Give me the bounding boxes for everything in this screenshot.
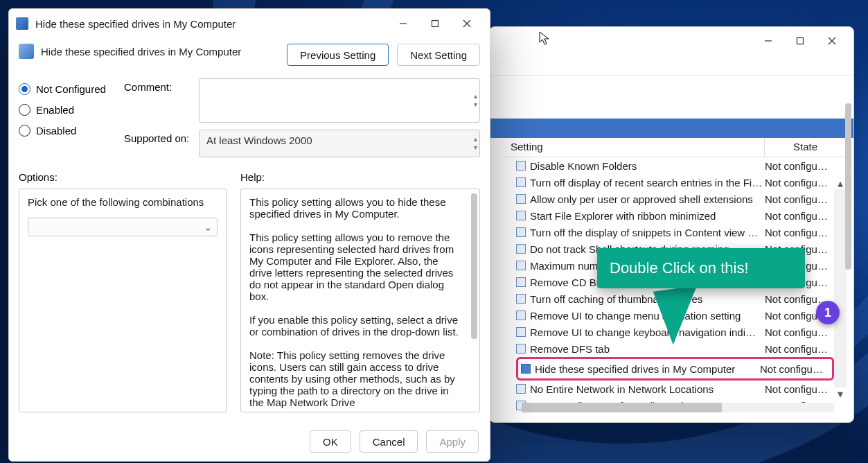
setting-state: Not configu… <box>765 160 834 172</box>
outer-vscroll-thumb[interactable] <box>845 103 851 270</box>
col-state-header[interactable]: State <box>765 138 847 157</box>
state-radio-group: Not Configured Enabled Disabled <box>19 78 124 164</box>
dialog-footer: OK Cancel Apply <box>9 422 490 461</box>
setting-state: Not configu… <box>765 227 834 238</box>
svg-rect-5 <box>432 21 439 27</box>
supported-on-field: At least Windows 2000 <box>199 130 480 157</box>
previous-setting-button[interactable]: Previous Setting <box>287 44 389 66</box>
close-button[interactable] <box>816 30 848 51</box>
policy-item-icon <box>516 327 526 337</box>
policy-item-icon <box>516 194 526 204</box>
setting-label: Remove UI to change menu animation setti… <box>530 310 765 322</box>
apply-button[interactable]: Apply <box>426 430 479 453</box>
gpo-header-strip <box>490 119 853 138</box>
callout-text: Double Click on this! <box>610 259 749 277</box>
setting-row[interactable]: Turn off the display of snippets in Cont… <box>516 224 834 241</box>
chevron-down-icon: ⌄ <box>204 221 213 234</box>
setting-row[interactable]: No Entire Network in Network LocationsNo… <box>516 381 834 397</box>
setting-row[interactable]: Start File Explorer with ribbon minimize… <box>516 207 834 224</box>
setting-state: Not configu… <box>760 363 829 375</box>
setting-label: Turn off caching of thumbnail pictures <box>530 293 765 305</box>
settings-hscrollbar[interactable] <box>522 403 834 412</box>
maximize-button[interactable] <box>784 30 816 51</box>
policy-item-icon <box>516 384 526 394</box>
settings-columns: Setting State <box>504 138 847 157</box>
svg-rect-1 <box>797 38 804 44</box>
comment-label: Comment: <box>124 78 199 93</box>
setting-label: Turn off display of recent search entrie… <box>530 177 765 189</box>
setting-row[interactable]: Disable Known FoldersNot configu… <box>516 157 834 174</box>
setting-state: Not configu… <box>765 193 834 205</box>
setting-label: Allow only per user or approved shell ex… <box>530 193 765 205</box>
help-text: This policy setting allows you to hide t… <box>249 196 471 408</box>
policy-item-icon <box>516 277 526 287</box>
dialog-title: Hide these specified drives in My Comput… <box>35 18 387 30</box>
setting-row-highlighted[interactable]: Hide these specified drives in My Comput… <box>516 357 834 381</box>
policy-item-icon <box>516 227 526 237</box>
maximize-button[interactable] <box>419 13 451 34</box>
col-setting-header[interactable]: Setting <box>504 138 765 157</box>
dialog-titlebar: Hide these specified drives in My Comput… <box>9 9 490 38</box>
policy-heading: Hide these specified drives in My Comput… <box>41 46 241 58</box>
minimize-button[interactable] <box>387 13 419 34</box>
policy-item-icon <box>516 311 526 320</box>
radio-enabled[interactable]: Enabled <box>19 99 124 120</box>
supported-scroll-icon[interactable]: ▴▾ <box>469 130 481 157</box>
radio-icon <box>19 125 30 137</box>
setting-state: Not configu… <box>765 326 834 338</box>
policy-item-icon <box>516 344 526 353</box>
close-button[interactable] <box>451 13 483 34</box>
policy-item-icon <box>516 177 526 187</box>
scroll-down-icon[interactable]: ▾ <box>834 387 847 400</box>
setting-row[interactable]: Allow only per user or approved shell ex… <box>516 191 834 207</box>
setting-row[interactable]: Do not allow Folder Options to be opened… <box>516 414 834 415</box>
comment-textarea[interactable] <box>199 78 480 123</box>
callout-annotation: Double Click on this! <box>597 248 805 288</box>
radio-icon <box>19 83 30 95</box>
policy-item-icon <box>516 161 526 171</box>
setting-state: Not configu… <box>765 177 834 189</box>
policy-item-icon <box>516 244 526 254</box>
options-panel: Pick one of the following combinations ⌄ <box>19 189 227 412</box>
options-label: Options: <box>19 171 227 183</box>
policy-heading-icon <box>19 44 34 59</box>
supported-label: Supported on: <box>124 130 199 144</box>
options-combobox[interactable]: ⌄ <box>28 218 218 236</box>
policy-dialog: Hide these specified drives in My Comput… <box>8 8 490 462</box>
step-badge: 1 <box>816 301 840 324</box>
setting-label: Turn off the display of snippets in Cont… <box>530 227 765 238</box>
policy-item-icon <box>516 294 526 304</box>
radio-disabled[interactable]: Disabled <box>19 120 124 141</box>
policy-item-icon <box>516 211 526 220</box>
gpo-toolbar <box>490 55 853 76</box>
radio-not-configured[interactable]: Not Configured <box>19 78 124 99</box>
setting-label: No Entire Network in Network Locations <box>530 383 765 395</box>
minimize-button[interactable] <box>752 30 784 51</box>
next-setting-button[interactable]: Next Setting <box>397 44 480 66</box>
cancel-button[interactable]: Cancel <box>360 430 418 453</box>
options-text: Pick one of the following combinations <box>28 196 204 208</box>
policy-item-icon <box>521 364 531 374</box>
callout-tail <box>653 286 705 347</box>
setting-state: Not configu… <box>765 383 834 395</box>
setting-state: Not configu… <box>765 210 834 222</box>
radio-icon <box>19 104 30 116</box>
setting-label: Disable Known Folders <box>530 160 765 172</box>
gpo-titlebar <box>490 27 853 55</box>
setting-row[interactable]: Turn off display of recent search entrie… <box>516 174 834 191</box>
gpo-window: Setting State Disable Known FoldersNot c… <box>489 26 854 423</box>
setting-label: Remove UI to change keyboard navigation … <box>530 326 765 338</box>
setting-label: Remove DFS tab <box>530 343 765 355</box>
help-panel: This policy setting allows you to hide t… <box>240 189 480 412</box>
policy-icon <box>16 17 28 30</box>
setting-label: Start File Explorer with ribbon minimize… <box>530 210 765 222</box>
help-label: Help: <box>240 171 480 183</box>
comment-scroll-icon[interactable]: ▴▾ <box>469 78 481 123</box>
setting-label: Hide these specified drives in My Comput… <box>535 363 760 375</box>
help-scroll-thumb[interactable] <box>471 193 477 339</box>
ok-button[interactable]: OK <box>310 430 351 453</box>
setting-state: Not configu… <box>765 343 834 355</box>
policy-item-icon <box>516 261 526 270</box>
